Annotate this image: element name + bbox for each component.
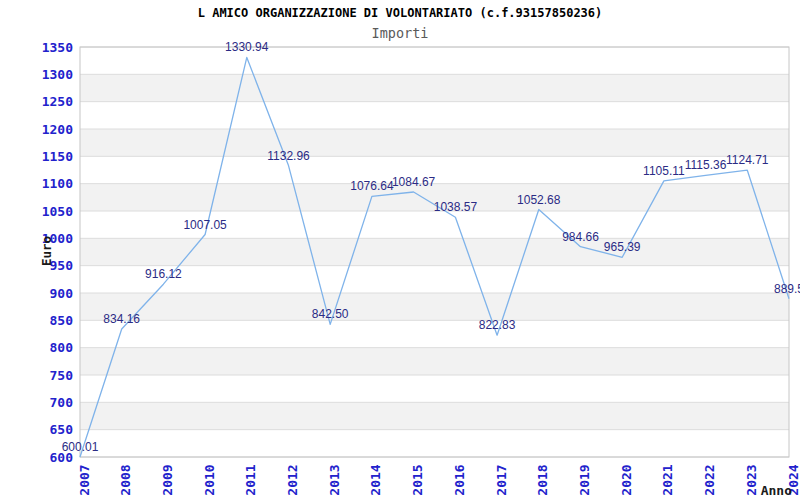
y-tick-label: 650 [50, 422, 74, 437]
grid-band [80, 129, 789, 156]
data-point-label: 984.66 [562, 230, 599, 244]
x-tick-label: 2021 [660, 464, 675, 495]
x-tick-label: 2019 [577, 464, 592, 495]
y-tick-label: 1100 [42, 176, 73, 191]
y-tick-label: 1350 [42, 40, 73, 55]
data-point-label: 1330.94 [225, 40, 269, 54]
data-point-label: 1084.67 [392, 175, 436, 189]
x-tick-label: 2009 [160, 464, 175, 495]
data-point-label: 1132.96 [267, 149, 310, 163]
x-tick-label: 2016 [452, 464, 467, 495]
data-point-label: 834.16 [103, 312, 140, 326]
data-point-label: 965.39 [604, 240, 641, 254]
data-point-label: 1007.05 [183, 218, 227, 232]
x-tick-label: 2013 [327, 464, 342, 495]
x-tick-label: 2012 [285, 464, 300, 495]
line-chart-plot: 600.01834.16916.121007.051330.941132.968… [0, 0, 800, 500]
y-tick-label: 850 [50, 313, 74, 328]
data-point-label: 1115.36 [685, 158, 727, 172]
data-point-label: 1038.57 [434, 200, 478, 214]
grid-band [80, 348, 789, 375]
y-tick-label: 1200 [42, 122, 73, 137]
y-tick-label: 1150 [42, 149, 73, 164]
data-point-label: 1124.71 [726, 153, 769, 167]
y-tick-label: 800 [50, 340, 74, 355]
grid-band [80, 293, 789, 320]
grid-band [80, 238, 789, 265]
grid-band [80, 402, 789, 429]
x-tick-label: 2011 [243, 464, 258, 495]
grid-band [80, 74, 789, 101]
x-tick-label: 2023 [744, 464, 759, 495]
data-point-label: 1105.11 [643, 164, 685, 178]
y-tick-label: 600 [50, 450, 74, 465]
x-tick-label: 2018 [535, 464, 550, 495]
x-tick-label: 2008 [118, 464, 133, 495]
y-tick-label: 900 [50, 286, 74, 301]
x-tick-label: 2007 [77, 464, 92, 495]
y-tick-label: 1050 [42, 204, 73, 219]
y-tick-label: 1250 [42, 94, 73, 109]
data-point-label: 1052.68 [517, 193, 561, 207]
data-point-label: 1076.64 [350, 179, 394, 193]
x-tick-label: 2015 [410, 464, 425, 495]
data-point-label: 889.5 [774, 282, 800, 296]
data-point-label: 842.50 [312, 307, 349, 321]
x-tick-label: 2022 [702, 464, 717, 495]
y-tick-label: 700 [50, 395, 74, 410]
data-point-label: 822.83 [479, 318, 516, 332]
data-point-label: 916.12 [145, 267, 182, 281]
x-tick-label: 2017 [494, 464, 509, 495]
y-axis-title: Euro [39, 236, 54, 266]
x-tick-label: 2014 [368, 464, 383, 495]
y-tick-label: 1300 [42, 67, 73, 82]
x-tick-label: 2020 [619, 464, 634, 495]
y-tick-label: 750 [50, 368, 74, 383]
chart-canvas: L AMICO ORGANIZZAZIONE DI VOLONTARIATO (… [0, 0, 800, 500]
x-axis-title: Anno [761, 483, 792, 498]
x-tick-label: 2010 [202, 464, 217, 495]
